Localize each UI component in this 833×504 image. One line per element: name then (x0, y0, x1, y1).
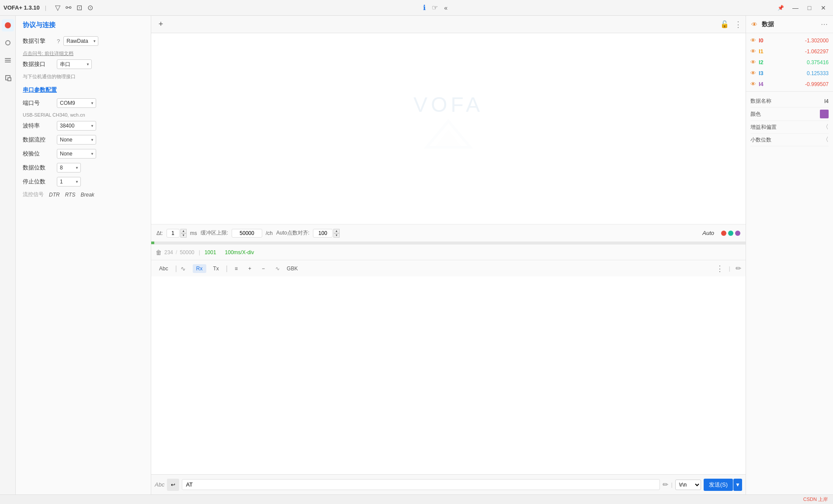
toolbar-more-btn[interactable]: ⋮ (716, 264, 724, 273)
newline-wrapper[interactable]: \r\n \n \r None (675, 480, 701, 490)
frame-icon[interactable]: ⊡ (76, 3, 82, 12)
interface-label: 数据接口 (23, 60, 53, 68)
vofa-logo-svg (422, 117, 475, 152)
port-select[interactable]: COM9 (57, 98, 96, 108)
auto-spinner[interactable]: ▲ ▼ (333, 229, 340, 238)
flow-select[interactable]: None (57, 135, 96, 145)
data-item-i4[interactable]: 👁 I4 -0.999507 (746, 79, 833, 90)
auto-down-btn[interactable]: ▼ (333, 233, 340, 238)
detail-decimal-label: 小数位数 (750, 136, 781, 144)
sidebar-icon-record[interactable] (2, 37, 14, 49)
engine-link[interactable]: 点击问号: 前往详细文档 (23, 50, 144, 57)
sidebar-icon-copy[interactable] (2, 72, 14, 84)
dt-input[interactable] (167, 229, 180, 238)
center-panel: + 🔓 ⋮ VOFA Δt: ▲ ▼ (151, 16, 746, 494)
databits-select-wrapper[interactable]: 8 (57, 163, 81, 173)
auto-up-btn[interactable]: ▲ (333, 229, 340, 233)
data-name-i3: I3 (759, 70, 764, 76)
engine-select-wrapper[interactable]: RawData (63, 36, 98, 46)
serial-section-title[interactable]: 串口参数配置 (23, 86, 144, 94)
minus-btn[interactable]: − (258, 264, 268, 273)
parity-select-wrapper[interactable]: None (57, 149, 96, 159)
dt-up-btn[interactable]: ▲ (180, 229, 187, 233)
right-panel-more-btn[interactable]: ⋯ (821, 20, 828, 28)
dot-teal[interactable] (728, 231, 733, 236)
databits-select[interactable]: 8 (57, 163, 81, 173)
back-nav-icon[interactable]: « (444, 4, 448, 11)
send-group[interactable]: 发送(S) ▼ (704, 479, 742, 491)
target-icon[interactable]: ⊙ (87, 3, 93, 12)
engine-help-icon[interactable]: ? (57, 38, 60, 45)
detail-decimal-row: 小数位数 〈 (750, 134, 829, 146)
dt-down-btn[interactable]: ▼ (180, 233, 187, 238)
dt-spinner[interactable]: ▲ ▼ (180, 229, 187, 238)
interface-select[interactable]: 串口 (57, 59, 92, 69)
dt-unit: ms (190, 230, 197, 236)
auto-input[interactable] (313, 229, 333, 238)
tab-more-icon[interactable]: ⋮ (734, 20, 742, 29)
main-layout: 协议与连接 数据引擎 ? RawData 点击问号: 前往详细文档 数据接口 串… (0, 16, 833, 494)
serial-content[interactable] (151, 276, 746, 474)
data-item-i0[interactable]: 👁 I0 -1.302000 (746, 35, 833, 46)
title-icons: ▽ ⚯ ⊡ ⊙ (55, 3, 93, 12)
data-item-i1[interactable]: 👁 I1 -1.062297 (746, 46, 833, 57)
interface-select-wrapper[interactable]: 串口 (57, 59, 92, 69)
engine-label: 数据引擎 (23, 37, 53, 45)
add-btn[interactable]: + (245, 264, 255, 273)
clear-btn[interactable]: ✏ (736, 264, 741, 273)
format-btn[interactable]: ≡ (231, 264, 241, 273)
link-icon[interactable]: ⚯ (66, 3, 71, 12)
sidebar-icon-menu[interactable] (2, 54, 14, 66)
parity-select[interactable]: None (57, 149, 96, 159)
maximize-button[interactable]: □ (803, 2, 816, 14)
port-select-wrapper[interactable]: COM9 (57, 98, 96, 108)
engine-select[interactable]: RawData (63, 36, 98, 46)
fingerprint-icon[interactable]: ☞ (432, 3, 438, 12)
tx-btn[interactable]: Tx (210, 264, 222, 273)
dot-red[interactable] (721, 231, 726, 236)
wave-icon[interactable]: ∿ (180, 265, 186, 272)
send-button[interactable]: 发送(S) (704, 479, 733, 491)
baud-select-wrapper[interactable]: 38400 (57, 121, 96, 131)
stopbits-select-wrapper[interactable]: 1 (57, 177, 81, 186)
pin-icon[interactable]: 📌 (777, 5, 784, 11)
info-icon[interactable]: ℹ (423, 3, 426, 12)
flow-select-wrapper[interactable]: None (57, 135, 96, 145)
auto-input-group[interactable]: ▲ ▼ (313, 229, 340, 238)
serial-count: 234 (164, 249, 173, 255)
serial-pipe: | (199, 249, 200, 255)
abc-format-btn[interactable]: Abc (156, 264, 172, 273)
gain-expand-icon[interactable]: 〈 (823, 123, 829, 131)
buffer-input[interactable] (232, 229, 262, 238)
right-eye-icon: 👁 (751, 21, 757, 28)
data-item-i3[interactable]: 👁 I3 0.125333 (746, 68, 833, 79)
dt-input-group[interactable]: ▲ ▼ (167, 229, 187, 238)
stopbits-select[interactable]: 1 (57, 177, 81, 186)
serial-input-field[interactable] (182, 479, 660, 490)
dot-purple[interactable] (735, 231, 740, 236)
close-button[interactable]: ✕ (817, 2, 830, 14)
sidebar-icon-connect[interactable] (2, 19, 14, 31)
trash-icon[interactable]: 🗑 (156, 249, 162, 256)
rx-btn[interactable]: Rx (193, 264, 206, 273)
tab-lock-icon[interactable]: 🔓 (720, 20, 729, 28)
left-panel: 协议与连接 数据引擎 ? RawData 点击问号: 前往详细文档 数据接口 串… (16, 16, 151, 494)
add-tab-button[interactable]: + (155, 18, 167, 31)
clear-input-btn[interactable]: ✏ (663, 480, 668, 489)
data-value-i4: -0.999507 (805, 81, 829, 87)
parity-label: 校验位 (23, 150, 53, 158)
data-item-i2[interactable]: 👁 I2 0.375416 (746, 57, 833, 68)
decimal-expand-icon[interactable]: 〈 (823, 136, 829, 144)
minimize-button[interactable]: — (789, 2, 802, 14)
databits-label: 数据位数 (23, 164, 53, 172)
databits-row: 数据位数 8 (23, 163, 144, 173)
right-panel-title: 数据 (762, 21, 774, 28)
detail-color-swatch[interactable] (820, 110, 829, 118)
baud-select[interactable]: 38400 (57, 121, 96, 131)
triangle-icon[interactable]: ▽ (55, 3, 60, 12)
data-name-i0: I0 (759, 37, 764, 44)
newline-select[interactable]: \r\n \n \r None (675, 480, 701, 490)
send-arrow-button[interactable]: ▼ (733, 479, 742, 491)
input-history-btn[interactable]: ↩ (167, 479, 179, 491)
encoding-btn[interactable]: GBK (283, 264, 301, 273)
